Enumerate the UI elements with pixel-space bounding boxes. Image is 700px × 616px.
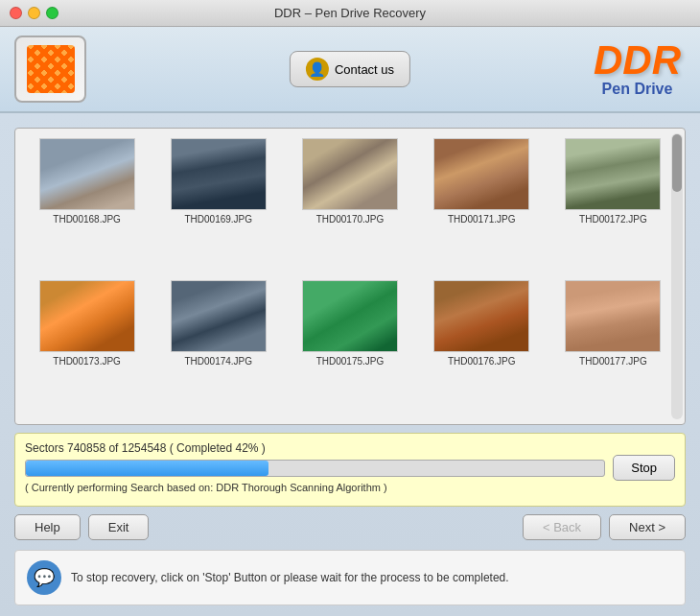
brand-subtitle: Pen Drive xyxy=(594,81,681,98)
file-item[interactable]: THD00174.JPG xyxy=(156,280,280,415)
minimize-button[interactable] xyxy=(28,7,40,19)
file-thumbnail xyxy=(39,138,135,210)
main-content: THD00168.JPGTHD00169.JPGTHD00170.JPGTHD0… xyxy=(0,113,700,616)
file-thumbnail xyxy=(565,280,661,352)
progress-status: ( Currently performing Search based on: … xyxy=(25,482,605,493)
stop-button[interactable]: Stop xyxy=(613,455,675,481)
file-name: THD00173.JPG xyxy=(53,356,121,367)
info-icon: 💬 xyxy=(27,560,61,595)
brand-title: DDR xyxy=(594,40,681,81)
file-item[interactable]: THD00177.JPG xyxy=(551,280,675,415)
scrollbar-thumb xyxy=(672,134,682,192)
file-thumbnail xyxy=(565,138,661,210)
file-name: THD00171.JPG xyxy=(448,214,516,225)
file-item[interactable]: THD00169.JPG xyxy=(156,138,280,272)
file-item[interactable]: THD00173.JPG xyxy=(25,280,149,415)
file-item[interactable]: THD00175.JPG xyxy=(288,280,411,415)
file-name: THD00174.JPG xyxy=(184,356,252,367)
file-thumbnail xyxy=(171,138,267,210)
file-item[interactable]: THD00170.JPG xyxy=(288,138,411,272)
file-item[interactable]: THD00172.JPG xyxy=(551,138,675,272)
progress-bar-container xyxy=(25,460,605,477)
window-controls[interactable] xyxy=(10,7,58,19)
back-button[interactable]: < Back xyxy=(523,514,601,540)
file-name: THD00170.JPG xyxy=(316,214,385,225)
file-name: THD00169.JPG xyxy=(184,214,252,225)
file-thumbnail xyxy=(433,280,529,352)
info-bar: 💬 To stop recovery, click on 'Stop' Butt… xyxy=(14,550,686,605)
scrollbar[interactable] xyxy=(671,133,683,419)
title-bar: DDR – Pen Drive Recovery xyxy=(0,0,700,27)
progress-row: Sectors 740858 of 1254548 ( Completed 42… xyxy=(25,441,675,493)
file-thumbnail xyxy=(433,138,529,210)
close-button[interactable] xyxy=(10,7,22,19)
file-name: THD00176.JPG xyxy=(448,356,516,367)
contact-icon: 👤 xyxy=(306,58,329,81)
app-header: 👤 Contact us DDR Pen Drive xyxy=(0,27,700,113)
contact-button[interactable]: 👤 Contact us xyxy=(290,51,410,87)
file-name: THD00175.JPG xyxy=(316,356,385,367)
maximize-button[interactable] xyxy=(46,7,58,19)
file-thumbnail xyxy=(39,280,135,352)
file-item[interactable]: THD00176.JPG xyxy=(420,280,544,415)
contact-label: Contact us xyxy=(335,62,394,77)
file-name: THD00172.JPG xyxy=(579,214,647,225)
logo-pattern xyxy=(27,45,75,93)
progress-label: Sectors 740858 of 1254548 ( Completed 42… xyxy=(25,441,605,455)
next-button[interactable]: Next > xyxy=(609,514,686,540)
help-button[interactable]: Help xyxy=(14,514,81,540)
file-thumbnail xyxy=(302,280,398,352)
info-message: To stop recovery, click on 'Stop' Button… xyxy=(71,571,509,584)
button-row: Help Exit < Back Next > xyxy=(14,514,686,540)
file-item[interactable]: THD00168.JPG xyxy=(25,138,149,272)
file-item[interactable]: THD00171.JPG xyxy=(420,138,544,272)
brand-area: DDR Pen Drive xyxy=(594,40,681,98)
file-thumbnail xyxy=(171,280,267,352)
exit-button[interactable]: Exit xyxy=(88,514,150,540)
logo-box xyxy=(14,36,86,103)
file-name: THD00177.JPG xyxy=(579,356,647,367)
file-panel: THD00168.JPGTHD00169.JPGTHD00170.JPGTHD0… xyxy=(14,128,686,425)
window-title: DDR – Pen Drive Recovery xyxy=(274,6,426,20)
progress-area: Sectors 740858 of 1254548 ( Completed 42… xyxy=(14,433,686,507)
file-name: THD00168.JPG xyxy=(53,214,121,225)
progress-bar-fill xyxy=(26,461,268,476)
file-grid: THD00168.JPGTHD00169.JPGTHD00170.JPGTHD0… xyxy=(25,138,675,415)
file-thumbnail xyxy=(302,138,398,210)
